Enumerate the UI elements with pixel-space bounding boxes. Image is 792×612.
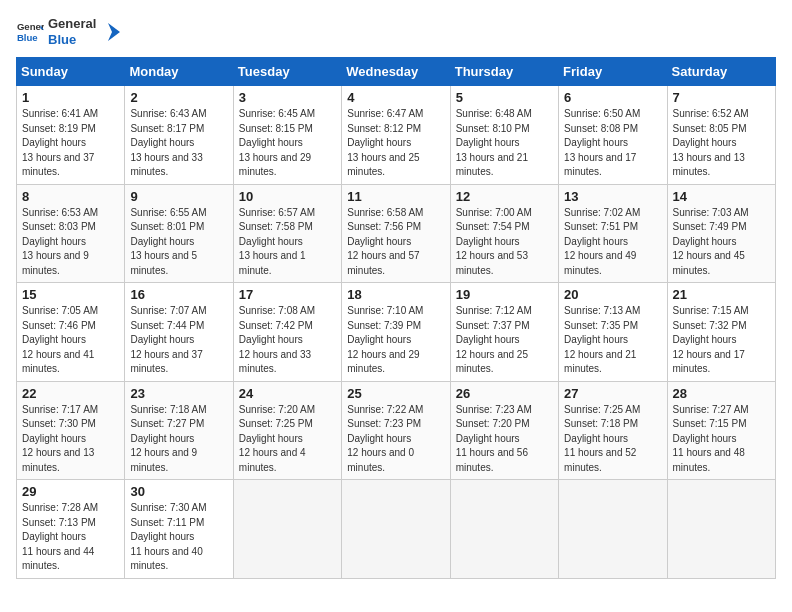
day-info: Sunrise: 6:41 AM Sunset: 8:19 PM Dayligh… bbox=[22, 107, 119, 180]
day-number: 17 bbox=[239, 287, 336, 302]
table-row: 21 Sunrise: 7:15 AM Sunset: 7:32 PM Dayl… bbox=[667, 283, 775, 382]
table-row: 5 Sunrise: 6:48 AM Sunset: 8:10 PM Dayli… bbox=[450, 86, 558, 185]
header-thursday: Thursday bbox=[450, 58, 558, 86]
day-number: 7 bbox=[673, 90, 770, 105]
day-number: 22 bbox=[22, 386, 119, 401]
day-number: 26 bbox=[456, 386, 553, 401]
svg-marker-3 bbox=[108, 23, 120, 41]
day-number: 1 bbox=[22, 90, 119, 105]
day-number: 2 bbox=[130, 90, 227, 105]
table-row: 13 Sunrise: 7:02 AM Sunset: 7:51 PM Dayl… bbox=[559, 184, 667, 283]
day-info: Sunrise: 6:48 AM Sunset: 8:10 PM Dayligh… bbox=[456, 107, 553, 180]
day-info: Sunrise: 7:10 AM Sunset: 7:39 PM Dayligh… bbox=[347, 304, 444, 377]
day-number: 19 bbox=[456, 287, 553, 302]
table-row: 10 Sunrise: 6:57 AM Sunset: 7:58 PM Dayl… bbox=[233, 184, 341, 283]
calendar-row: 8 Sunrise: 6:53 AM Sunset: 8:03 PM Dayli… bbox=[17, 184, 776, 283]
table-row: 26 Sunrise: 7:23 AM Sunset: 7:20 PM Dayl… bbox=[450, 381, 558, 480]
day-info: Sunrise: 7:12 AM Sunset: 7:37 PM Dayligh… bbox=[456, 304, 553, 377]
day-number: 4 bbox=[347, 90, 444, 105]
day-info: Sunrise: 6:53 AM Sunset: 8:03 PM Dayligh… bbox=[22, 206, 119, 279]
table-row: 8 Sunrise: 6:53 AM Sunset: 8:03 PM Dayli… bbox=[17, 184, 125, 283]
table-row: 18 Sunrise: 7:10 AM Sunset: 7:39 PM Dayl… bbox=[342, 283, 450, 382]
table-row: 28 Sunrise: 7:27 AM Sunset: 7:15 PM Dayl… bbox=[667, 381, 775, 480]
table-row: 7 Sunrise: 6:52 AM Sunset: 8:05 PM Dayli… bbox=[667, 86, 775, 185]
day-info: Sunrise: 6:47 AM Sunset: 8:12 PM Dayligh… bbox=[347, 107, 444, 180]
table-row: 23 Sunrise: 7:18 AM Sunset: 7:27 PM Dayl… bbox=[125, 381, 233, 480]
day-info: Sunrise: 6:50 AM Sunset: 8:08 PM Dayligh… bbox=[564, 107, 661, 180]
table-row: 24 Sunrise: 7:20 AM Sunset: 7:25 PM Dayl… bbox=[233, 381, 341, 480]
table-row bbox=[559, 480, 667, 579]
day-info: Sunrise: 6:45 AM Sunset: 8:15 PM Dayligh… bbox=[239, 107, 336, 180]
day-info: Sunrise: 7:17 AM Sunset: 7:30 PM Dayligh… bbox=[22, 403, 119, 476]
table-row bbox=[342, 480, 450, 579]
table-row: 14 Sunrise: 7:03 AM Sunset: 7:49 PM Dayl… bbox=[667, 184, 775, 283]
table-row: 30 Sunrise: 7:30 AM Sunset: 7:11 PM Dayl… bbox=[125, 480, 233, 579]
table-row: 9 Sunrise: 6:55 AM Sunset: 8:01 PM Dayli… bbox=[125, 184, 233, 283]
day-number: 29 bbox=[22, 484, 119, 499]
table-row bbox=[233, 480, 341, 579]
day-number: 23 bbox=[130, 386, 227, 401]
header-tuesday: Tuesday bbox=[233, 58, 341, 86]
table-row: 20 Sunrise: 7:13 AM Sunset: 7:35 PM Dayl… bbox=[559, 283, 667, 382]
calendar-row: 22 Sunrise: 7:17 AM Sunset: 7:30 PM Dayl… bbox=[17, 381, 776, 480]
calendar-row: 29 Sunrise: 7:28 AM Sunset: 7:13 PM Dayl… bbox=[17, 480, 776, 579]
day-number: 20 bbox=[564, 287, 661, 302]
svg-text:Blue: Blue bbox=[17, 31, 38, 42]
day-number: 9 bbox=[130, 189, 227, 204]
header-monday: Monday bbox=[125, 58, 233, 86]
day-info: Sunrise: 6:43 AM Sunset: 8:17 PM Dayligh… bbox=[130, 107, 227, 180]
day-number: 15 bbox=[22, 287, 119, 302]
day-number: 27 bbox=[564, 386, 661, 401]
day-info: Sunrise: 7:02 AM Sunset: 7:51 PM Dayligh… bbox=[564, 206, 661, 279]
day-info: Sunrise: 6:52 AM Sunset: 8:05 PM Dayligh… bbox=[673, 107, 770, 180]
day-info: Sunrise: 7:00 AM Sunset: 7:54 PM Dayligh… bbox=[456, 206, 553, 279]
day-number: 18 bbox=[347, 287, 444, 302]
calendar-row: 15 Sunrise: 7:05 AM Sunset: 7:46 PM Dayl… bbox=[17, 283, 776, 382]
weekday-header-row: Sunday Monday Tuesday Wednesday Thursday… bbox=[17, 58, 776, 86]
header-saturday: Saturday bbox=[667, 58, 775, 86]
table-row: 19 Sunrise: 7:12 AM Sunset: 7:37 PM Dayl… bbox=[450, 283, 558, 382]
logo-blue: Blue bbox=[48, 32, 96, 48]
day-number: 14 bbox=[673, 189, 770, 204]
day-number: 3 bbox=[239, 90, 336, 105]
day-number: 28 bbox=[673, 386, 770, 401]
logo-general: General bbox=[48, 16, 96, 32]
day-info: Sunrise: 7:20 AM Sunset: 7:25 PM Dayligh… bbox=[239, 403, 336, 476]
calendar-row: 1 Sunrise: 6:41 AM Sunset: 8:19 PM Dayli… bbox=[17, 86, 776, 185]
calendar-table: Sunday Monday Tuesday Wednesday Thursday… bbox=[16, 57, 776, 579]
day-info: Sunrise: 7:15 AM Sunset: 7:32 PM Dayligh… bbox=[673, 304, 770, 377]
day-number: 30 bbox=[130, 484, 227, 499]
day-info: Sunrise: 6:58 AM Sunset: 7:56 PM Dayligh… bbox=[347, 206, 444, 279]
day-info: Sunrise: 6:55 AM Sunset: 8:01 PM Dayligh… bbox=[130, 206, 227, 279]
day-number: 25 bbox=[347, 386, 444, 401]
day-info: Sunrise: 7:03 AM Sunset: 7:49 PM Dayligh… bbox=[673, 206, 770, 279]
logo-icon: General Blue bbox=[16, 18, 44, 46]
logo: General Blue General Blue bbox=[16, 16, 122, 47]
day-info: Sunrise: 7:30 AM Sunset: 7:11 PM Dayligh… bbox=[130, 501, 227, 574]
table-row bbox=[667, 480, 775, 579]
svg-text:General: General bbox=[17, 21, 44, 32]
day-number: 11 bbox=[347, 189, 444, 204]
page-header: General Blue General Blue bbox=[16, 16, 776, 47]
day-info: Sunrise: 7:22 AM Sunset: 7:23 PM Dayligh… bbox=[347, 403, 444, 476]
table-row: 27 Sunrise: 7:25 AM Sunset: 7:18 PM Dayl… bbox=[559, 381, 667, 480]
table-row bbox=[450, 480, 558, 579]
day-number: 8 bbox=[22, 189, 119, 204]
day-number: 10 bbox=[239, 189, 336, 204]
table-row: 17 Sunrise: 7:08 AM Sunset: 7:42 PM Dayl… bbox=[233, 283, 341, 382]
table-row: 29 Sunrise: 7:28 AM Sunset: 7:13 PM Dayl… bbox=[17, 480, 125, 579]
logo-arrow-icon bbox=[100, 21, 122, 43]
day-info: Sunrise: 6:57 AM Sunset: 7:58 PM Dayligh… bbox=[239, 206, 336, 279]
table-row: 4 Sunrise: 6:47 AM Sunset: 8:12 PM Dayli… bbox=[342, 86, 450, 185]
table-row: 12 Sunrise: 7:00 AM Sunset: 7:54 PM Dayl… bbox=[450, 184, 558, 283]
day-info: Sunrise: 7:27 AM Sunset: 7:15 PM Dayligh… bbox=[673, 403, 770, 476]
header-wednesday: Wednesday bbox=[342, 58, 450, 86]
table-row: 25 Sunrise: 7:22 AM Sunset: 7:23 PM Dayl… bbox=[342, 381, 450, 480]
day-number: 16 bbox=[130, 287, 227, 302]
day-number: 12 bbox=[456, 189, 553, 204]
table-row: 15 Sunrise: 7:05 AM Sunset: 7:46 PM Dayl… bbox=[17, 283, 125, 382]
day-info: Sunrise: 7:25 AM Sunset: 7:18 PM Dayligh… bbox=[564, 403, 661, 476]
table-row: 11 Sunrise: 6:58 AM Sunset: 7:56 PM Dayl… bbox=[342, 184, 450, 283]
day-info: Sunrise: 7:13 AM Sunset: 7:35 PM Dayligh… bbox=[564, 304, 661, 377]
day-info: Sunrise: 7:18 AM Sunset: 7:27 PM Dayligh… bbox=[130, 403, 227, 476]
